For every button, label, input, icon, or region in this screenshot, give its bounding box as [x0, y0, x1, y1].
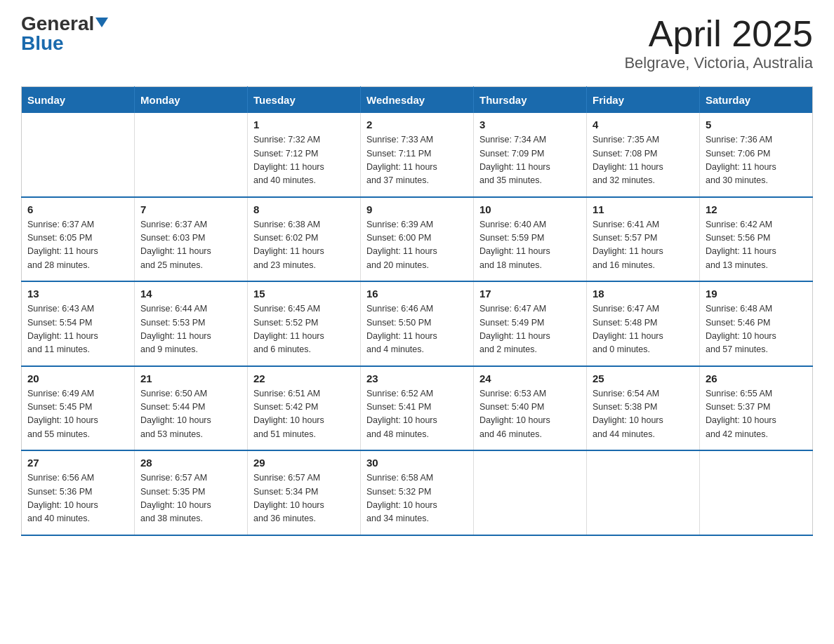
- header-wednesday: Wednesday: [361, 87, 474, 114]
- day-info: Sunrise: 6:55 AMSunset: 5:37 PMDaylight:…: [706, 387, 807, 442]
- day-info: Sunrise: 6:47 AMSunset: 5:49 PMDaylight:…: [479, 302, 581, 357]
- calendar-cell-w2-d5: 10Sunrise: 6:40 AMSunset: 5:59 PMDayligh…: [474, 197, 587, 282]
- day-info: Sunrise: 6:37 AMSunset: 6:03 PMDaylight:…: [140, 218, 241, 273]
- logo-blue: Blue: [21, 32, 64, 54]
- calendar-cell-w1-d7: 5Sunrise: 7:36 AMSunset: 7:06 PMDaylight…: [700, 113, 813, 197]
- day-info: Sunrise: 6:47 AMSunset: 5:48 PMDaylight:…: [593, 302, 694, 357]
- header-saturday: Saturday: [700, 87, 813, 114]
- calendar-cell-w1-d1: [22, 113, 135, 197]
- day-number: 30: [366, 457, 468, 469]
- day-info: Sunrise: 6:58 AMSunset: 5:32 PMDaylight:…: [366, 471, 468, 526]
- week-row-2: 6Sunrise: 6:37 AMSunset: 6:05 PMDaylight…: [22, 197, 813, 282]
- day-info: Sunrise: 6:57 AMSunset: 5:34 PMDaylight:…: [253, 471, 355, 526]
- calendar-cell-w3-d4: 16Sunrise: 6:46 AMSunset: 5:50 PMDayligh…: [361, 281, 474, 366]
- calendar-cell-w4-d3: 22Sunrise: 6:51 AMSunset: 5:42 PMDayligh…: [248, 366, 361, 451]
- day-number: 29: [253, 457, 355, 469]
- calendar-cell-w2-d7: 12Sunrise: 6:42 AMSunset: 5:56 PMDayligh…: [700, 197, 813, 282]
- day-info: Sunrise: 6:42 AMSunset: 5:56 PMDaylight:…: [706, 218, 807, 273]
- day-info: Sunrise: 7:35 AMSunset: 7:08 PMDaylight:…: [593, 133, 694, 188]
- day-info: Sunrise: 6:44 AMSunset: 5:53 PMDaylight:…: [140, 302, 241, 357]
- page-subtitle: Belgrave, Victoria, Australia: [624, 54, 813, 72]
- day-info: Sunrise: 6:53 AMSunset: 5:40 PMDaylight:…: [479, 387, 581, 442]
- calendar-cell-w5-d5: [474, 450, 587, 535]
- calendar-cell-w5-d7: [700, 450, 813, 535]
- day-number: 2: [366, 119, 468, 130]
- calendar-cell-w5-d6: [587, 450, 700, 535]
- logo-arrow-icon: [95, 18, 108, 30]
- day-info: Sunrise: 6:52 AMSunset: 5:41 PMDaylight:…: [366, 387, 468, 442]
- page-title: April 2025: [624, 14, 813, 54]
- calendar-cell-w1-d5: 3Sunrise: 7:34 AMSunset: 7:09 PMDaylight…: [474, 113, 587, 197]
- day-info: Sunrise: 7:33 AMSunset: 7:11 PMDaylight:…: [366, 133, 468, 188]
- calendar-cell-w3-d1: 13Sunrise: 6:43 AMSunset: 5:54 PMDayligh…: [22, 281, 135, 366]
- day-info: Sunrise: 6:56 AMSunset: 5:36 PMDaylight:…: [27, 471, 128, 526]
- header-sunday: Sunday: [22, 87, 135, 114]
- day-info: Sunrise: 6:49 AMSunset: 5:45 PMDaylight:…: [27, 387, 128, 442]
- day-number: 22: [253, 373, 355, 384]
- calendar-cell-w5-d4: 30Sunrise: 6:58 AMSunset: 5:32 PMDayligh…: [361, 450, 474, 535]
- calendar-cell-w4-d1: 20Sunrise: 6:49 AMSunset: 5:45 PMDayligh…: [22, 366, 135, 451]
- day-number: 21: [140, 373, 241, 384]
- day-number: 5: [706, 119, 807, 130]
- day-number: 24: [479, 373, 581, 384]
- day-number: 3: [479, 119, 581, 130]
- day-number: 12: [706, 203, 807, 215]
- calendar-cell-w1-d3: 1Sunrise: 7:32 AMSunset: 7:12 PMDaylight…: [248, 113, 361, 197]
- day-number: 18: [593, 288, 694, 300]
- calendar-cell-w4-d5: 24Sunrise: 6:53 AMSunset: 5:40 PMDayligh…: [474, 366, 587, 451]
- day-number: 20: [27, 373, 128, 384]
- day-info: Sunrise: 6:39 AMSunset: 6:00 PMDaylight:…: [366, 218, 468, 273]
- day-info: Sunrise: 6:51 AMSunset: 5:42 PMDaylight:…: [253, 387, 355, 442]
- calendar-cell-w5-d2: 28Sunrise: 6:57 AMSunset: 5:35 PMDayligh…: [135, 450, 248, 535]
- calendar-cell-w4-d7: 26Sunrise: 6:55 AMSunset: 5:37 PMDayligh…: [700, 366, 813, 451]
- calendar-cell-w5-d3: 29Sunrise: 6:57 AMSunset: 5:34 PMDayligh…: [248, 450, 361, 535]
- calendar-cell-w3-d5: 17Sunrise: 6:47 AMSunset: 5:49 PMDayligh…: [474, 281, 587, 366]
- day-number: 27: [27, 457, 128, 469]
- day-info: Sunrise: 6:50 AMSunset: 5:44 PMDaylight:…: [140, 387, 241, 442]
- day-number: 8: [253, 203, 355, 215]
- day-info: Sunrise: 6:41 AMSunset: 5:57 PMDaylight:…: [593, 218, 694, 273]
- calendar-cell-w3-d6: 18Sunrise: 6:47 AMSunset: 5:48 PMDayligh…: [587, 281, 700, 366]
- header-monday: Monday: [135, 87, 248, 114]
- day-info: Sunrise: 6:46 AMSunset: 5:50 PMDaylight:…: [366, 302, 468, 357]
- day-info: Sunrise: 6:40 AMSunset: 5:59 PMDaylight:…: [479, 218, 581, 273]
- day-info: Sunrise: 7:36 AMSunset: 7:06 PMDaylight:…: [706, 133, 807, 188]
- week-row-3: 13Sunrise: 6:43 AMSunset: 5:54 PMDayligh…: [22, 281, 813, 366]
- calendar-cell-w2-d1: 6Sunrise: 6:37 AMSunset: 6:05 PMDaylight…: [22, 197, 135, 282]
- day-number: 17: [479, 288, 581, 300]
- day-number: 14: [140, 288, 241, 300]
- day-number: 26: [706, 373, 807, 384]
- week-row-4: 20Sunrise: 6:49 AMSunset: 5:45 PMDayligh…: [22, 366, 813, 451]
- day-info: Sunrise: 7:34 AMSunset: 7:09 PMDaylight:…: [479, 133, 581, 188]
- calendar-cell-w4-d6: 25Sunrise: 6:54 AMSunset: 5:38 PMDayligh…: [587, 366, 700, 451]
- day-number: 4: [593, 119, 694, 130]
- day-info: Sunrise: 6:37 AMSunset: 6:05 PMDaylight:…: [27, 218, 128, 273]
- day-number: 7: [140, 203, 241, 215]
- calendar-cell-w2-d3: 8Sunrise: 6:38 AMSunset: 6:02 PMDaylight…: [248, 197, 361, 282]
- header-thursday: Thursday: [474, 87, 587, 114]
- weekday-header-row: Sunday Monday Tuesday Wednesday Thursday…: [22, 87, 813, 114]
- day-info: Sunrise: 6:54 AMSunset: 5:38 PMDaylight:…: [593, 387, 694, 442]
- week-row-5: 27Sunrise: 6:56 AMSunset: 5:36 PMDayligh…: [22, 450, 813, 535]
- calendar-cell-w4-d4: 23Sunrise: 6:52 AMSunset: 5:41 PMDayligh…: [361, 366, 474, 451]
- day-number: 15: [253, 288, 355, 300]
- day-info: Sunrise: 6:43 AMSunset: 5:54 PMDaylight:…: [27, 302, 128, 357]
- title-area: April 2025 Belgrave, Victoria, Australia: [624, 14, 813, 72]
- day-number: 11: [593, 203, 694, 215]
- day-info: Sunrise: 6:57 AMSunset: 5:35 PMDaylight:…: [140, 471, 241, 526]
- svg-marker-0: [95, 18, 108, 27]
- day-info: Sunrise: 6:48 AMSunset: 5:46 PMDaylight:…: [706, 302, 807, 357]
- day-number: 16: [366, 288, 468, 300]
- day-number: 19: [706, 288, 807, 300]
- day-info: Sunrise: 7:32 AMSunset: 7:12 PMDaylight:…: [253, 133, 355, 188]
- calendar-cell-w2-d6: 11Sunrise: 6:41 AMSunset: 5:57 PMDayligh…: [587, 197, 700, 282]
- day-number: 10: [479, 203, 581, 215]
- logo: General Blue: [21, 14, 108, 53]
- calendar-cell-w1-d4: 2Sunrise: 7:33 AMSunset: 7:11 PMDaylight…: [361, 113, 474, 197]
- day-info: Sunrise: 6:45 AMSunset: 5:52 PMDaylight:…: [253, 302, 355, 357]
- week-row-1: 1Sunrise: 7:32 AMSunset: 7:12 PMDaylight…: [22, 113, 813, 197]
- header-friday: Friday: [587, 87, 700, 114]
- day-info: Sunrise: 6:38 AMSunset: 6:02 PMDaylight:…: [253, 218, 355, 273]
- calendar-cell-w4-d2: 21Sunrise: 6:50 AMSunset: 5:44 PMDayligh…: [135, 366, 248, 451]
- calendar-cell-w2-d2: 7Sunrise: 6:37 AMSunset: 6:03 PMDaylight…: [135, 197, 248, 282]
